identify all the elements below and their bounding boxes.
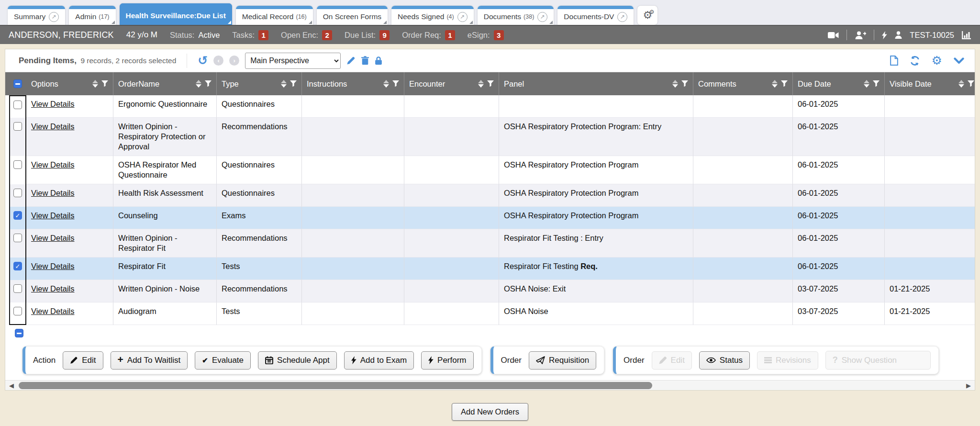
view-details-link[interactable]: View Details: [31, 307, 74, 315]
row-checkbox[interactable]: [13, 101, 22, 109]
sort-icon[interactable]: [958, 80, 964, 88]
external-link-icon[interactable]: [617, 12, 627, 22]
view-details-link[interactable]: View Details: [31, 122, 74, 131]
tab-settings-gears-icon[interactable]: [637, 6, 657, 25]
column-header-panel[interactable]: Panel: [499, 72, 693, 95]
row-checkbox[interactable]: [13, 160, 22, 169]
table-row-selected[interactable]: View Details Counseling Exams OSHA Respi…: [5, 207, 975, 229]
undo-icon[interactable]: [198, 55, 208, 67]
schedule-appt-button[interactable]: Schedule Appt: [258, 351, 337, 370]
filter-funnel-icon[interactable]: [290, 80, 297, 87]
view-details-link[interactable]: View Details: [31, 284, 74, 293]
sort-icon[interactable]: [92, 80, 98, 88]
add-user-icon[interactable]: [855, 31, 866, 39]
scroll-right-arrow-icon[interactable]: [966, 382, 971, 389]
column-header-encounter[interactable]: Encounter: [404, 72, 499, 95]
lock-perspective-icon[interactable]: [375, 56, 382, 65]
column-header-comments[interactable]: Comments: [693, 72, 793, 95]
order-req-badge[interactable]: 1: [445, 30, 455, 40]
view-details-link[interactable]: View Details: [31, 234, 74, 242]
view-details-link[interactable]: View Details: [31, 189, 74, 197]
bottom-select-all-checkbox[interactable]: [15, 329, 23, 337]
view-details-link[interactable]: View Details: [31, 160, 74, 169]
horizontal-scrollbar[interactable]: [5, 380, 975, 390]
sort-icon[interactable]: [478, 80, 484, 88]
open-enc-badge[interactable]: 2: [322, 30, 332, 40]
filter-funnel-icon[interactable]: [968, 80, 974, 87]
view-details-link[interactable]: View Details: [31, 211, 74, 220]
row-checkbox[interactable]: [13, 234, 22, 242]
add-to-waitlist-button[interactable]: Add To Waitlist: [111, 351, 188, 370]
table-row[interactable]: View Details OSHA Respirator Med Questio…: [5, 156, 975, 184]
video-camera-icon[interactable]: [828, 32, 839, 39]
filter-funnel-icon[interactable]: [101, 80, 108, 87]
table-row[interactable]: View Details Health Risk Assessment Ques…: [5, 184, 975, 207]
scroll-left-arrow-icon[interactable]: [9, 382, 14, 389]
table-row[interactable]: View Details Ergonomic Questionnaire Que…: [5, 95, 975, 118]
filter-funnel-icon[interactable]: [487, 80, 494, 87]
sort-icon[interactable]: [672, 80, 678, 88]
new-document-icon[interactable]: [890, 56, 898, 66]
filter-funnel-icon[interactable]: [873, 80, 880, 87]
table-row-selected[interactable]: View Details Respirator Fit Tests Respir…: [5, 258, 975, 280]
prev-page-icon[interactable]: ‹: [213, 56, 223, 66]
sort-icon[interactable]: [864, 80, 869, 88]
column-header-due-date[interactable]: Due Date: [793, 72, 885, 95]
external-link-icon[interactable]: [49, 12, 59, 22]
column-header-ordername[interactable]: OrderName: [113, 72, 217, 95]
column-header-type[interactable]: Type: [217, 72, 302, 95]
tab-admin[interactable]: Admin (17): [69, 6, 115, 25]
view-details-link[interactable]: View Details: [31, 262, 74, 270]
row-checkbox[interactable]: [13, 307, 22, 315]
add-new-orders-button[interactable]: Add New Orders: [452, 403, 528, 421]
sort-icon[interactable]: [196, 80, 201, 88]
tab-needs-signed[interactable]: Needs Signed (4): [391, 6, 474, 25]
delete-perspective-trash-icon[interactable]: [361, 56, 369, 65]
table-row[interactable]: View Details Audiogram Tests OSHA Noise …: [5, 303, 975, 325]
select-all-checkbox[interactable]: [13, 79, 22, 88]
view-details-link[interactable]: View Details: [31, 100, 74, 108]
row-checkbox[interactable]: [13, 189, 22, 197]
column-header-visible-date[interactable]: Visible Date: [885, 72, 975, 95]
sort-icon[interactable]: [772, 80, 778, 88]
tab-health-surveillance-due-list[interactable]: Health Surveillance:Due List: [120, 3, 232, 25]
external-link-icon[interactable]: [457, 12, 468, 22]
tasks-badge[interactable]: 1: [258, 30, 268, 40]
row-checkbox[interactable]: [13, 211, 22, 220]
next-page-icon[interactable]: ›: [229, 56, 239, 66]
add-to-exam-button[interactable]: Add to Exam: [344, 351, 414, 370]
perform-button[interactable]: Perform: [421, 351, 473, 370]
grid-settings-gear-icon[interactable]: [932, 55, 942, 67]
table-row[interactable]: View Details Written Opinion - Respirato…: [5, 229, 975, 258]
tab-on-screen-forms[interactable]: On Screen Forms: [317, 6, 388, 25]
sort-icon[interactable]: [383, 80, 389, 88]
bar-chart-icon[interactable]: [962, 31, 971, 39]
filter-funnel-icon[interactable]: [392, 80, 399, 87]
column-header-options[interactable]: Options: [26, 72, 113, 95]
scrollbar-thumb[interactable]: [19, 382, 652, 389]
row-checkbox[interactable]: [13, 262, 22, 270]
tab-documents[interactable]: Documents (38): [478, 6, 554, 25]
tab-documents-dv[interactable]: Documents-DV: [557, 6, 634, 25]
table-row[interactable]: View Details Written Opinion - Noise Rec…: [5, 280, 975, 303]
tab-summary[interactable]: Summary: [8, 6, 65, 25]
column-header-instructions[interactable]: Instructions: [302, 72, 404, 95]
tab-medical-record[interactable]: Medical Record (16): [236, 6, 313, 25]
filter-funnel-icon[interactable]: [681, 80, 688, 87]
requisition-button[interactable]: Requisition: [529, 351, 596, 370]
external-link-icon[interactable]: [537, 12, 547, 22]
row-checkbox[interactable]: [13, 122, 22, 131]
edit-perspective-pencil-icon[interactable]: [346, 56, 356, 65]
filter-funnel-icon[interactable]: [205, 80, 212, 87]
sort-icon[interactable]: [281, 80, 287, 88]
evaluate-button[interactable]: Evaluate: [195, 351, 251, 370]
collapse-chevron-down-icon[interactable]: [954, 57, 964, 64]
lightning-bolt-icon[interactable]: [882, 31, 887, 39]
edit-button[interactable]: Edit: [63, 351, 103, 370]
perspective-select[interactable]: Main Perspective: [245, 53, 341, 69]
esign-badge[interactable]: 3: [494, 30, 504, 40]
filter-funnel-icon[interactable]: [781, 80, 788, 87]
refresh-icon[interactable]: [910, 56, 920, 66]
status-button[interactable]: Status: [699, 351, 750, 370]
due-list-badge[interactable]: 9: [379, 30, 390, 40]
